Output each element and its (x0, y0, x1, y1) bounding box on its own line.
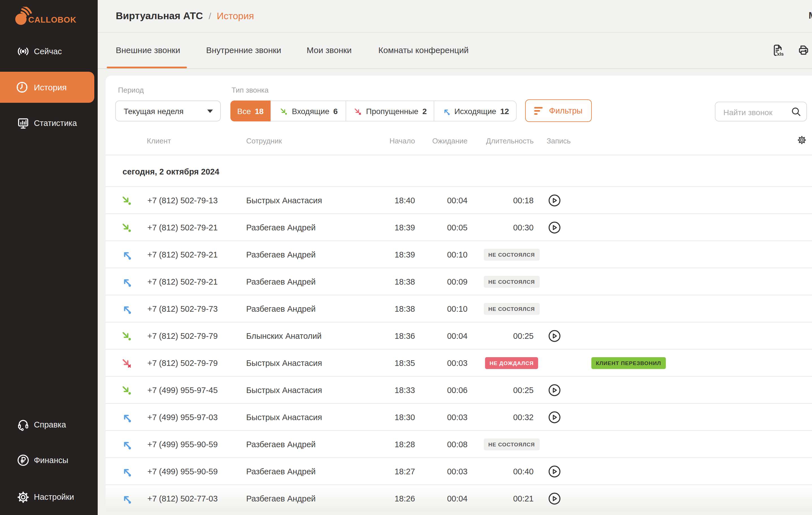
breadcrumb-separator: / (209, 11, 211, 21)
table-row[interactable]: +7 (499) 955-90-59 Разбегаев Андрей 18:2… (106, 457, 812, 485)
ruble-circle-icon (17, 453, 30, 467)
xls-export-icon[interactable]: xls (771, 44, 784, 59)
play-circle-icon (548, 329, 561, 343)
wait-time: 00:08 (423, 431, 468, 458)
table-row[interactable]: +7 (812) 502-79-21 Разбегаев Андрей 18:3… (106, 213, 812, 240)
play-record-button[interactable] (548, 383, 561, 397)
table-row[interactable]: +7 (812) 502-79-73 Разбегаев Андрей 18:3… (106, 295, 812, 322)
incoming-call-icon (279, 107, 288, 115)
wait-time: 00:04 (423, 485, 468, 512)
svg-text:xls: xls (777, 51, 784, 57)
play-record-button[interactable] (548, 410, 561, 424)
sidebar-item-now[interactable]: Сейчас (0, 39, 98, 64)
app-logo[interactable]: CALLOBOK (13, 7, 85, 30)
wait-time: 00:06 (423, 377, 468, 404)
table-row[interactable]: +7 (499) 955-90-59 Разбегаев Андрей 18:2… (106, 430, 812, 457)
segment-incoming[interactable]: Входящие 6 (270, 101, 346, 121)
tab-my-calls[interactable]: Мои звонки (307, 33, 352, 67)
filters-button[interactable]: Фильтры (525, 99, 592, 122)
sidebar-item-finance[interactable]: Финансы (0, 448, 98, 473)
client-phone: +7 (812) 502-77-03 (147, 485, 243, 512)
headset-icon (17, 418, 30, 431)
call-direction-icon (120, 438, 132, 450)
segment-outgoing[interactable]: Исходящие 12 (434, 101, 516, 121)
client-phone: +7 (812) 502-79-13 (147, 187, 243, 214)
table-row[interactable]: +7 (812) 502-79-79 Быстрых Анастасия 18:… (106, 349, 812, 376)
employee-name: Быстрых Анастасия (246, 377, 348, 404)
call-duration: 00:40 (477, 458, 533, 485)
play-record-button[interactable] (548, 329, 561, 343)
call-duration: 00:25 (477, 377, 533, 404)
missed-call-icon (353, 107, 362, 115)
wait-time: 00:09 (423, 268, 468, 295)
sidebar-item-help[interactable]: Справка (0, 412, 98, 437)
segment-label: Все (237, 107, 251, 115)
segment-all[interactable]: Все 18 (230, 101, 270, 121)
play-record-button[interactable] (548, 465, 561, 478)
tab-conference-rooms[interactable]: Комнаты конференций (378, 33, 469, 67)
sidebar-item-history[interactable]: История (0, 72, 94, 103)
start-time: 18:38 (370, 268, 415, 295)
employee-name: Быстрых Анастасия (246, 187, 348, 214)
start-time: 18:33 (370, 377, 415, 404)
missed-call-icon (120, 357, 132, 369)
sidebar-item-statistics[interactable]: Статистика (0, 111, 98, 136)
user-menu[interactable]: М (809, 10, 812, 21)
call-direction-icon (120, 330, 132, 342)
breadcrumb-current: История (217, 10, 254, 22)
status-badge: не состоялся (484, 303, 540, 315)
outgoing-call-icon (120, 303, 132, 315)
employee-name: Разбегаев Андрей (246, 431, 348, 458)
client-phone: +7 (812) 502-79-21 (147, 241, 243, 268)
call-type-label: Тип звонка (232, 86, 268, 94)
incoming-call-icon (120, 194, 132, 206)
wait-time: 00:03 (423, 458, 468, 485)
call-type-segmented-control: Все 18 Входящие 6 Пропущенные 2 Исходящи… (230, 101, 517, 121)
column-header-start: Начало (370, 137, 415, 145)
table-row[interactable]: +7 (812) 502-79-21 Разбегаев Андрей 18:3… (106, 240, 812, 268)
table-row[interactable]: +7 (812) 502-79-13 Быстрых Анастасия 18:… (106, 187, 812, 213)
play-record-button[interactable] (548, 492, 561, 506)
sidebar: CALLOBOK Сейчас История (0, 0, 98, 515)
start-time: 18:40 (370, 187, 415, 214)
outgoing-call-icon (441, 107, 450, 115)
breadcrumb-parent[interactable]: Виртуальная АТС (116, 10, 203, 22)
wait-time: 00:10 (423, 295, 468, 322)
status-badge: не состоялся (484, 438, 540, 450)
table-row[interactable]: +7 (499) 955-97-45 Быстрых Анастасия 18:… (106, 376, 812, 403)
print-icon[interactable] (797, 44, 810, 59)
wait-time: 00:03 (423, 404, 468, 431)
client-phone: +7 (812) 502-79-79 (147, 322, 243, 349)
outgoing-call-icon (120, 492, 132, 504)
callobok-logo-icon: CALLOBOK (13, 7, 85, 28)
table-row[interactable]: +7 (499) 955-97-03 Быстрых Анастасия 18:… (106, 403, 812, 430)
search-box (715, 102, 807, 121)
chevron-down-icon (207, 109, 213, 113)
table-row[interactable]: +7 (812) 502-79-79 Блынских Анатолий 18:… (106, 322, 812, 349)
tab-external-calls[interactable]: Внешние звонки (116, 33, 180, 67)
period-select[interactable]: Текущая неделя (115, 101, 221, 121)
employee-name: Блынских Анатолий (246, 322, 348, 349)
tab-internal-calls[interactable]: Внутренние звонки (206, 33, 281, 67)
play-circle-icon (548, 410, 561, 424)
sidebar-item-settings[interactable]: Настройки (0, 485, 98, 509)
call-direction-icon (120, 194, 132, 206)
search-input[interactable] (722, 102, 789, 122)
sidebar-item-label: История (34, 82, 67, 92)
table-row[interactable]: +7 (812) 502-77-03 Разбегаев Андрей 18:2… (106, 485, 812, 512)
table-row[interactable]: +7 (812) 502-79-21 Разбегаев Андрей 18:3… (106, 268, 812, 295)
call-direction-icon (120, 276, 132, 287)
table-settings-gear-icon[interactable] (797, 135, 807, 147)
sidebar-item-label: Финансы (34, 456, 68, 465)
sidebar-item-label: Статистика (34, 119, 77, 127)
incoming-call-icon (120, 330, 132, 342)
column-header-employee: Сотрудник (246, 137, 282, 145)
client-phone: +7 (499) 955-97-45 (147, 377, 243, 404)
play-record-button[interactable] (548, 221, 561, 234)
search-icon[interactable] (791, 107, 801, 119)
play-record-button[interactable] (548, 194, 561, 207)
topbar: Виртуальная АТС / История М (98, 0, 812, 33)
segment-missed[interactable]: Пропущенные 2 (346, 101, 434, 121)
segment-count: 18 (255, 107, 264, 115)
status-badge: не состоялся (484, 249, 540, 260)
